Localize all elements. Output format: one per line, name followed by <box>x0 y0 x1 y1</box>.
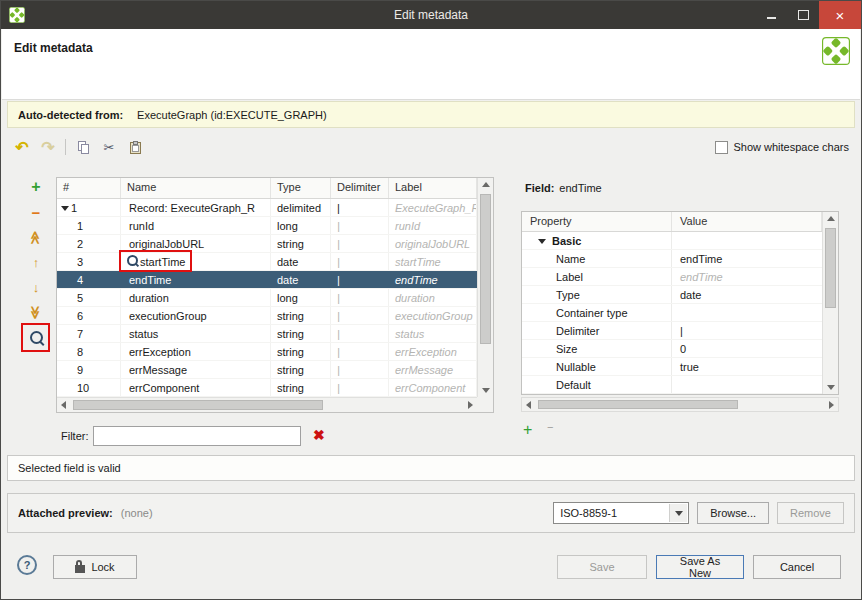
move-up-icon[interactable]: ↑ <box>25 252 47 272</box>
clear-filter-icon[interactable]: ✖ <box>313 427 325 443</box>
cut-icon[interactable]: ✂ <box>100 137 118 157</box>
property-value: endTime <box>672 268 822 285</box>
property-row[interactable]: Default <box>522 376 822 394</box>
field-delimiter: | <box>331 271 389 288</box>
field-row[interactable]: 8errExceptionstring|errException <box>57 343 477 361</box>
scroll-up-icon[interactable] <box>482 182 490 187</box>
field-title-label: Field: <box>525 182 554 194</box>
field-row[interactable]: 1Record: ExecuteGraph_Rdelimited|Execute… <box>57 199 477 217</box>
undo-icon[interactable]: ↶ <box>13 137 31 157</box>
field-row[interactable]: 3startTimedate|startTime <box>57 253 477 271</box>
scrollbar-thumb[interactable] <box>73 400 323 410</box>
field-name: errMessage <box>129 364 187 376</box>
expand-triangle-icon[interactable] <box>61 206 69 211</box>
move-top-icon[interactable]: ≪ <box>25 227 47 247</box>
field-row[interactable]: 7statusstring|status <box>57 325 477 343</box>
property-row[interactable]: Nullabletrue <box>522 358 822 376</box>
move-bottom-icon[interactable]: ≫ <box>25 302 47 322</box>
remove-button[interactable]: Remove <box>777 502 844 524</box>
field-row[interactable]: 10errComponentstring|errComponent <box>57 379 477 397</box>
scroll-down-icon[interactable] <box>827 385 835 390</box>
column-header-delimiter[interactable]: Delimiter <box>331 178 389 198</box>
property-row[interactable]: Typedate <box>522 286 822 304</box>
field-name: status <box>129 328 158 340</box>
scroll-down-icon[interactable] <box>482 388 490 393</box>
help-icon[interactable]: ? <box>17 555 37 575</box>
browse-button[interactable]: Browse... <box>697 502 769 524</box>
fields-vertical-scrollbar[interactable] <box>477 178 493 397</box>
scroll-left-icon[interactable] <box>61 401 66 409</box>
field-delimiter: | <box>331 235 389 252</box>
field-row[interactable]: 2originalJobURLstring|originalJobURL <box>57 235 477 253</box>
field-name: errException <box>129 346 191 358</box>
find-field-magnifier-icon[interactable] <box>25 327 47 347</box>
scroll-right-icon[interactable] <box>829 401 834 409</box>
filter-input[interactable] <box>93 426 301 446</box>
lock-button[interactable]: Lock <box>53 555 137 579</box>
add-property-plus-icon[interactable]: + <box>523 421 532 439</box>
column-header-name[interactable]: Name <box>121 178 271 198</box>
field-row[interactable]: 1runIdlong|runId <box>57 217 477 235</box>
column-header-num[interactable]: # <box>57 178 121 198</box>
maximize-button[interactable] <box>787 1 819 29</box>
title-bar[interactable]: Edit metadata × <box>1 1 861 29</box>
field-row[interactable]: 4endTimedate|endTime <box>57 271 477 289</box>
toolbar-separator <box>65 139 66 155</box>
property-row[interactable]: Delimiter| <box>522 322 822 340</box>
field-row[interactable]: 5durationlong|duration <box>57 289 477 307</box>
property-horizontal-scrollbar[interactable] <box>521 397 839 412</box>
scroll-up-icon[interactable] <box>827 216 835 221</box>
row-number: 1 <box>71 202 77 214</box>
add-field-plus-icon[interactable]: + <box>25 177 47 197</box>
whitespace-label: Show whitespace chars <box>733 141 849 153</box>
scrollbar-thumb[interactable] <box>538 400 738 409</box>
fields-table: # Name Type Delimiter Label 1Record: Exe… <box>56 177 494 413</box>
column-header-value[interactable]: Value <box>672 212 822 231</box>
save-as-new-button[interactable]: Save As New <box>656 555 744 579</box>
property-row[interactable]: Size0 <box>522 340 822 358</box>
row-number: 5 <box>77 292 83 304</box>
property-vertical-scrollbar[interactable] <box>822 212 838 394</box>
field-row[interactable]: 6executionGroupstring|executionGroup <box>57 307 477 325</box>
property-row[interactable]: Container type <box>522 304 822 322</box>
property-name: Name <box>556 253 585 265</box>
copy-icon[interactable] <box>74 137 92 157</box>
property-row[interactable]: Basic <box>522 232 822 250</box>
property-name: Container type <box>556 307 628 319</box>
column-header-property[interactable]: Property <box>522 212 672 231</box>
save-button[interactable]: Save <box>557 555 647 579</box>
property-value: true <box>672 358 822 375</box>
cancel-button[interactable]: Cancel <box>753 555 841 579</box>
field-delimiter: | <box>331 253 389 270</box>
close-button[interactable]: × <box>819 1 861 29</box>
redo-icon[interactable]: ↷ <box>39 137 57 157</box>
scroll-left-icon[interactable] <box>526 401 531 409</box>
paste-icon[interactable] <box>126 137 144 157</box>
property-row[interactable]: LabelendTime <box>522 268 822 286</box>
row-number: 7 <box>77 328 83 340</box>
column-header-type[interactable]: Type <box>271 178 331 198</box>
field-name: endTime <box>129 274 171 286</box>
scroll-right-icon[interactable] <box>468 401 473 409</box>
property-row[interactable]: NameendTime <box>522 250 822 268</box>
scrollbar-thumb[interactable] <box>480 194 491 344</box>
field-label: ExecuteGraph_R <box>389 199 477 216</box>
field-label: errException <box>389 343 477 360</box>
auto-detected-label: Auto-detected from: <box>18 109 123 121</box>
column-header-label[interactable]: Label <box>389 178 477 198</box>
remove-field-minus-icon[interactable]: − <box>25 202 47 222</box>
whitespace-checkbox[interactable] <box>715 141 728 154</box>
scrollbar-thumb[interactable] <box>825 228 836 308</box>
property-value <box>672 304 822 321</box>
property-name: Size <box>556 343 577 355</box>
move-down-icon[interactable]: ↓ <box>25 277 47 297</box>
property-value: 0 <box>672 340 822 357</box>
encoding-select[interactable]: ISO-8859-1 <box>553 502 689 524</box>
row-number: 6 <box>77 310 83 322</box>
fields-horizontal-scrollbar[interactable] <box>57 397 477 412</box>
chevron-down-icon[interactable] <box>669 504 687 522</box>
collapse-triangle-icon[interactable] <box>538 239 546 244</box>
minimize-button[interactable] <box>755 1 787 29</box>
field-row[interactable]: 9errMessagestring|errMessage <box>57 361 477 379</box>
remove-property-minus-icon[interactable]: − <box>547 421 553 433</box>
